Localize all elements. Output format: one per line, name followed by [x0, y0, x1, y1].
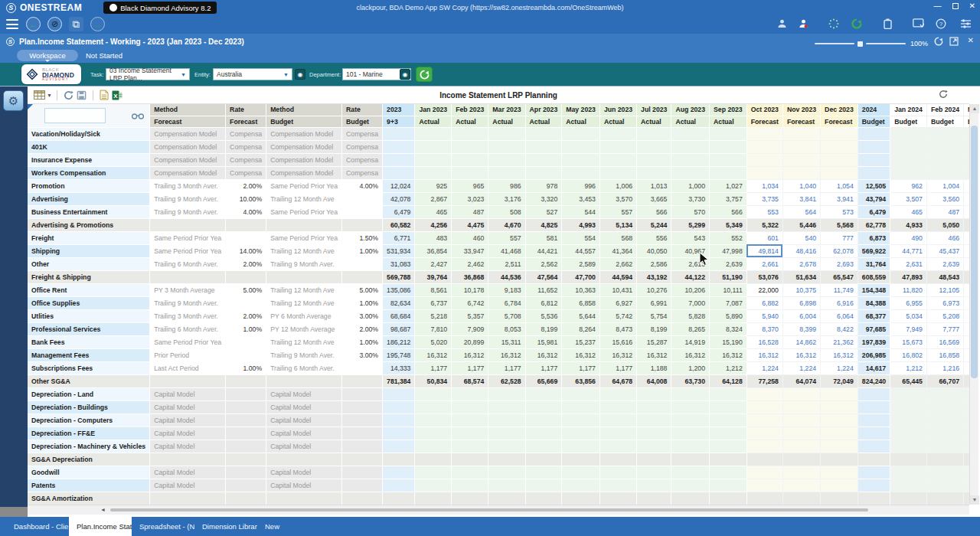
column-header[interactable]: Jun 2023 [599, 104, 636, 116]
grid-cell[interactable] [562, 479, 600, 492]
grid-cell[interactable] [488, 427, 525, 440]
grid-cell[interactable] [562, 153, 600, 166]
grid-cell[interactable]: 996 [562, 179, 600, 192]
grid-cell[interactable] [926, 413, 963, 427]
grid-cell[interactable]: 508 [488, 205, 525, 218]
grid-cell[interactable] [383, 387, 415, 400]
grid-cell[interactable]: 12,505 [858, 179, 890, 192]
grid-cell[interactable]: 5,208 [926, 309, 963, 322]
grid-cell[interactable] [342, 413, 383, 427]
grid-cell[interactable]: 2.00% [226, 257, 266, 270]
grid-cell[interactable]: 66,887 [964, 374, 969, 387]
grid-cell[interactable] [821, 492, 858, 505]
grid-cell[interactable]: Trailing 12 Month Ave [266, 335, 342, 348]
grid-cell[interactable]: 6,927 [599, 296, 636, 309]
grid-cell[interactable] [488, 127, 525, 140]
row-label[interactable]: Other [28, 257, 150, 270]
grid-cell[interactable] [926, 440, 963, 453]
grid-cell[interactable] [964, 413, 969, 427]
grid-cell[interactable]: Compensa [226, 166, 266, 179]
grid-cell[interactable] [452, 140, 488, 153]
grid-cell[interactable] [890, 492, 927, 505]
grid-cell[interactable]: 1,177 [525, 361, 562, 374]
scroll-up-arrow[interactable]: ▲ [970, 104, 979, 113]
grid-cell[interactable]: 195,748 [383, 348, 415, 361]
grid-cell[interactable] [525, 492, 562, 505]
grid-cell[interactable] [890, 479, 927, 492]
grid-cell[interactable]: Compensation Model [150, 153, 226, 166]
grid-cell[interactable]: Trailing 12 Month Ave [266, 283, 342, 296]
grid-cell[interactable] [637, 387, 671, 400]
grid-cell[interactable]: Trailing 9 Month Aver. [150, 192, 226, 205]
column-header[interactable]: May 2023 [562, 104, 600, 116]
grid-cell[interactable] [637, 492, 671, 505]
tab-new[interactable]: New [257, 517, 292, 536]
popout-icon[interactable] [949, 37, 959, 47]
grid-cell[interactable]: 97,685 [858, 322, 890, 335]
grid-cell[interactable] [926, 453, 963, 466]
grid-cell[interactable]: 5,430 [964, 309, 969, 322]
battery-icon[interactable] [880, 18, 894, 31]
grid-cell[interactable]: 16,312 [488, 348, 525, 361]
grid-cell[interactable] [637, 413, 671, 427]
grid-cell[interactable]: 3,560 [926, 192, 963, 205]
grid-cell[interactable]: 3,023 [452, 192, 488, 205]
grid-cell[interactable] [710, 140, 747, 153]
grid-cell[interactable] [746, 153, 782, 166]
grid-cell[interactable]: Compensation Model [266, 140, 342, 153]
grid-cell[interactable] [150, 453, 226, 466]
grid-cell[interactable]: 1,212 [710, 361, 747, 374]
grid-cell[interactable]: 10,111 [710, 283, 747, 296]
sync-icon[interactable] [850, 18, 864, 31]
grid-cell[interactable] [226, 400, 266, 413]
grid-cell[interactable] [488, 166, 525, 179]
grid-cell[interactable]: 66,707 [926, 374, 963, 387]
grid-cell[interactable]: 62,778 [858, 218, 890, 231]
grid-cell[interactable]: Capital Model [266, 413, 342, 427]
grid-cell[interactable]: 6,771 [383, 231, 415, 244]
grid-cell[interactable]: 5,536 [525, 309, 562, 322]
grid-cell[interactable]: 47,998 [710, 244, 747, 257]
grid-cell[interactable] [150, 218, 226, 231]
grid-cell[interactable]: 16,205 [964, 335, 969, 348]
grid-cell[interactable]: Capital Model [150, 413, 226, 427]
grid-cell[interactable] [964, 400, 969, 413]
grid-cell[interactable] [821, 153, 858, 166]
grid-cell[interactable] [562, 413, 600, 427]
grid-cell[interactable]: Trailing 6 Month Aver. [150, 322, 226, 335]
grid-cell[interactable]: 565 [964, 231, 969, 244]
grid-cell[interactable] [452, 492, 488, 505]
grid-cell[interactable] [821, 466, 858, 479]
grid-cell[interactable] [926, 127, 963, 140]
grid-cell[interactable]: 1,177 [415, 361, 452, 374]
grid-cell[interactable] [746, 466, 782, 479]
grid-cell[interactable] [858, 387, 890, 400]
grid-cell[interactable] [637, 466, 671, 479]
grid-cell[interactable]: 15,237 [562, 335, 600, 348]
grid-cell[interactable] [525, 466, 562, 479]
grid-cell[interactable]: 483 [415, 231, 452, 244]
grid-cell[interactable] [782, 413, 820, 427]
tab-dimension-library[interactable]: Dimension Librar [194, 517, 257, 536]
grid-cell[interactable] [858, 153, 890, 166]
column-subheader[interactable]: Actual [415, 116, 452, 127]
grid-cell[interactable]: 16,312 [525, 348, 562, 361]
grid-cell[interactable]: 44,536 [488, 270, 525, 283]
grid-cell[interactable]: 10,178 [452, 283, 488, 296]
grid-cell[interactable] [710, 400, 747, 413]
grid-cell[interactable]: 4,993 [562, 218, 600, 231]
grid-cell[interactable]: 8,561 [415, 283, 452, 296]
grid-cell[interactable]: 68,684 [383, 309, 415, 322]
grid-cell[interactable] [266, 374, 342, 387]
column-subheader[interactable]: Budget [266, 116, 342, 127]
grid-cell[interactable]: 1,000 [671, 179, 710, 192]
grid-cell[interactable] [452, 466, 488, 479]
grid-cell[interactable]: 6,873 [858, 231, 890, 244]
grid-cell[interactable]: Capital Model [266, 387, 342, 400]
grid-cell[interactable]: 65,445 [890, 374, 927, 387]
grid-cell[interactable] [226, 335, 266, 348]
grid-cell[interactable]: 556 [637, 231, 671, 244]
grid-cell[interactable]: 14,617 [858, 361, 890, 374]
column-header[interactable]: Mar 2024 [964, 104, 969, 116]
grid-cell[interactable]: 527 [525, 205, 562, 218]
